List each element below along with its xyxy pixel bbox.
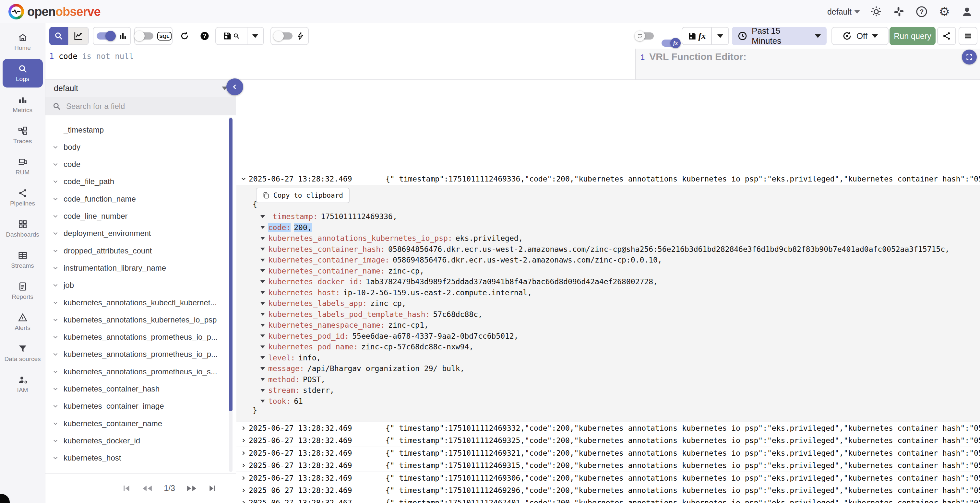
chevron-down-icon[interactable] xyxy=(52,213,59,220)
field-item[interactable]: kubernetes_host xyxy=(45,449,230,467)
slack-icon[interactable] xyxy=(892,5,905,18)
log-row-expanded[interactable]: 2025-06-27 13:28:32.469 {"_timestamp":17… xyxy=(236,173,980,186)
log-row[interactable]: 2025-06-27 13:28:32.467{"_timestamp":175… xyxy=(236,497,980,503)
chevron-down-icon[interactable] xyxy=(52,386,59,392)
expand-caret-icon[interactable] xyxy=(260,302,265,305)
expand-caret-icon[interactable] xyxy=(260,367,265,370)
prev-page-icon[interactable] xyxy=(142,484,153,493)
field-item[interactable]: code_function_name xyxy=(45,190,230,208)
expand-caret-icon[interactable] xyxy=(260,269,265,272)
save-function-button[interactable]: fx xyxy=(682,27,711,44)
saved-views-button[interactable] xyxy=(216,27,247,44)
chevron-down-icon[interactable] xyxy=(52,282,59,289)
chevron-down-icon[interactable] xyxy=(52,437,59,444)
sql-mode-toggle[interactable] xyxy=(135,32,153,40)
chevron-down-icon[interactable] xyxy=(52,368,59,375)
chevron-down-icon[interactable] xyxy=(52,178,59,185)
expand-caret-icon[interactable] xyxy=(260,378,265,381)
chevron-down-icon[interactable] xyxy=(52,454,59,462)
expand-caret-icon[interactable] xyxy=(260,291,265,294)
expand-caret-icon[interactable] xyxy=(260,280,265,283)
sql-mode-toggle-group[interactable]: SQL xyxy=(134,27,172,45)
field-search-input[interactable] xyxy=(65,102,210,111)
sidebar-item-streams[interactable]: Streams xyxy=(3,246,43,274)
chevron-down-icon[interactable] xyxy=(52,265,59,271)
chevron-down-icon[interactable] xyxy=(52,333,59,341)
log-row[interactable]: 2025-06-27 13:28:32.469{"_timestamp":175… xyxy=(236,472,980,484)
time-range-picker[interactable]: Past 15 Minutes xyxy=(732,27,827,45)
field-item[interactable]: deployment_environment xyxy=(45,225,230,242)
field-item[interactable]: code_file_path xyxy=(45,173,230,190)
field-item[interactable]: kubernetes_annotations_kubectl_kubernet.… xyxy=(45,294,230,311)
histogram-toggle[interactable] xyxy=(97,32,115,40)
chevron-right-icon[interactable] xyxy=(240,462,247,469)
expand-caret-icon[interactable] xyxy=(260,389,265,392)
chevron-down-icon[interactable] xyxy=(52,403,59,409)
chevron-down-icon[interactable] xyxy=(52,161,59,168)
stream-selector[interactable]: default xyxy=(45,80,236,97)
expand-caret-icon[interactable] xyxy=(260,248,265,251)
vrl-function-toggle[interactable]: fx xyxy=(662,40,680,47)
chevron-down-icon[interactable] xyxy=(52,351,59,358)
field-list-scrollbar[interactable] xyxy=(229,118,232,411)
field-item[interactable]: job xyxy=(45,277,230,294)
theme-toggle-icon[interactable] xyxy=(870,5,883,18)
collapse-fields-button[interactable] xyxy=(226,78,243,95)
vrl-function-editor[interactable]: 1 VRL Function Editor: xyxy=(635,49,980,79)
sidebar-item-alerts[interactable]: Alerts xyxy=(3,308,43,336)
field-item[interactable]: instrumentation_library_name xyxy=(45,259,230,276)
sidebar-item-dashboards[interactable]: Dashboards xyxy=(3,214,43,243)
expand-caret-icon[interactable] xyxy=(260,259,265,262)
log-row[interactable]: 2025-06-27 13:28:32.469{"_timestamp":175… xyxy=(236,422,980,435)
expand-caret-icon[interactable] xyxy=(260,346,265,348)
field-item[interactable]: body xyxy=(45,138,230,156)
histogram-toggle-group[interactable] xyxy=(93,27,131,45)
expand-vrl-editor-button[interactable] xyxy=(962,49,977,65)
quick-mode-toggle[interactable] xyxy=(274,32,293,40)
wrap-lines-toggle[interactable] xyxy=(636,32,654,40)
expand-caret-icon[interactable] xyxy=(260,226,265,229)
field-item[interactable]: kubernetes_container_name xyxy=(45,415,230,432)
field-item[interactable]: kubernetes_annotations_prometheus_io_p..… xyxy=(45,346,230,363)
chevron-right-icon[interactable] xyxy=(240,500,247,503)
last-page-icon[interactable] xyxy=(208,484,216,493)
sidebar-item-logs[interactable]: Logs xyxy=(3,59,43,87)
field-item[interactable]: dropped_attributes_count xyxy=(45,242,230,259)
log-row[interactable]: 2025-06-27 13:28:32.469{"_timestamp":175… xyxy=(236,434,980,447)
query-help-icon[interactable]: ? xyxy=(195,27,214,45)
chevron-down-icon[interactable] xyxy=(52,299,59,306)
field-item[interactable]: kubernetes_annotations_kubernetes_io_psp xyxy=(45,311,230,328)
help-icon[interactable]: ? xyxy=(915,5,928,18)
chevron-down-icon[interactable] xyxy=(52,472,59,472)
settings-gear-icon[interactable]: ⚙ xyxy=(938,5,951,18)
chevron-right-icon[interactable] xyxy=(240,425,247,432)
refresh-interval-select[interactable]: Off xyxy=(832,27,889,45)
chevron-right-icon[interactable] xyxy=(240,475,247,481)
field-item[interactable]: code xyxy=(45,156,230,173)
expand-caret-icon[interactable] xyxy=(260,324,265,327)
saved-views-dropdown[interactable] xyxy=(247,27,263,44)
save-function-dropdown[interactable] xyxy=(711,27,729,44)
chevron-down-icon[interactable] xyxy=(52,195,59,203)
sidebar-item-rum[interactable]: RUM xyxy=(3,152,43,181)
query-editor[interactable]: 1 code is not null xyxy=(45,49,635,79)
field-item[interactable]: kubernetes_annotations_prometheus_io_s..… xyxy=(45,363,230,380)
expand-caret-icon[interactable] xyxy=(260,356,265,359)
more-menu-button[interactable] xyxy=(959,27,977,45)
user-account-icon[interactable] xyxy=(961,5,974,18)
run-query-button[interactable]: Run query xyxy=(889,27,935,45)
sidebar-item-traces[interactable]: Traces xyxy=(3,121,43,150)
field-item[interactable]: kubernetes_container_hash xyxy=(45,381,230,398)
expand-caret-icon[interactable] xyxy=(260,215,265,218)
log-row[interactable]: 2025-06-27 13:28:32.469{"_timestamp":175… xyxy=(236,447,980,460)
sidebar-item-pipelines[interactable]: Pipelines xyxy=(3,183,43,212)
sidebar-item-metrics[interactable]: Metrics xyxy=(3,90,43,119)
chevron-down-icon[interactable] xyxy=(52,144,59,151)
expand-caret-icon[interactable] xyxy=(260,400,265,403)
chevron-down-icon[interactable] xyxy=(52,247,59,254)
chevron-down-icon[interactable] xyxy=(52,230,59,237)
sidebar-item-reports[interactable]: Reports xyxy=(3,277,43,305)
log-row[interactable]: 2025-06-27 13:28:32.469{"_timestamp":175… xyxy=(236,484,980,497)
expand-caret-icon[interactable] xyxy=(260,313,265,316)
sidebar-item-home[interactable]: Home xyxy=(3,28,43,56)
